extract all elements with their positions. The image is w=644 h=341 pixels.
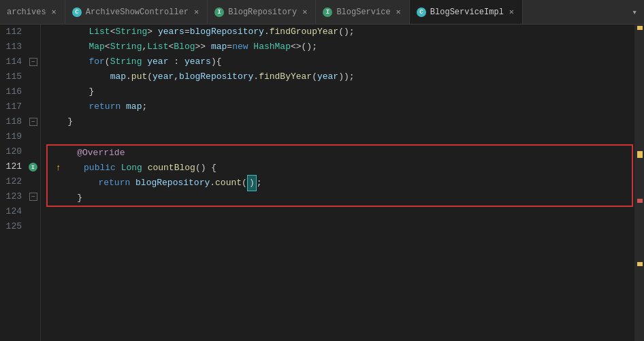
line-num-116: 116 bbox=[0, 84, 26, 99]
fold-marker-114[interactable]: − bbox=[29, 58, 37, 66]
code-line-114: for(String year : years){ bbox=[41, 54, 644, 69]
line-numbers-gutter: 112 113 114 115 116 117 118 119 120 121 … bbox=[0, 25, 26, 341]
tab-ArchiveShowController-close[interactable]: ✕ bbox=[193, 6, 200, 18]
arrow-icon-121: ↑ bbox=[56, 161, 61, 176]
fold-cell-112 bbox=[26, 25, 40, 39]
line-num-122: 122 bbox=[0, 174, 26, 189]
code-content[interactable]: List<String> years=blogRepository.findGr… bbox=[41, 25, 644, 341]
code-line-116: } bbox=[41, 84, 644, 99]
line-num-113: 113 bbox=[0, 39, 26, 54]
scroll-marker-top bbox=[637, 26, 643, 30]
fold-markers-column: − − I − bbox=[26, 25, 41, 341]
tab-BlogRepository-close[interactable]: ✕ bbox=[301, 6, 308, 18]
fold-cell-124 bbox=[26, 204, 40, 219]
tab-BlogService-icon: I bbox=[323, 7, 332, 17]
code-line-123: } bbox=[48, 191, 632, 206]
code-line-124 bbox=[41, 207, 644, 222]
debug-icon-121: I bbox=[29, 163, 37, 172]
tab-BlogRepository-label: BlogRepository bbox=[228, 7, 297, 17]
fold-cell-120 bbox=[26, 144, 40, 159]
tab-ArchiveShowController[interactable]: C ArchiveShowController ✕ bbox=[65, 0, 208, 24]
tab-ArchiveShowController-icon: C bbox=[72, 7, 82, 17]
method-highlight-box: @Override ↑ public Long countBlog() { re… bbox=[46, 144, 633, 207]
code-line-121: ↑ public Long countBlog() { bbox=[48, 161, 632, 176]
tab-BlogServiceImpl-close[interactable]: ✕ bbox=[508, 6, 515, 18]
tab-BlogServiceImpl[interactable]: C BlogServiceImpl ✕ bbox=[410, 0, 523, 24]
code-line-119 bbox=[41, 129, 644, 144]
line-num-124: 124 bbox=[0, 204, 26, 219]
fold-cell-116 bbox=[26, 84, 40, 99]
line-num-119: 119 bbox=[0, 129, 26, 144]
line-num-114: 114 bbox=[0, 54, 26, 69]
fold-cell-122 bbox=[26, 174, 40, 189]
tab-BlogRepository[interactable]: I BlogRepository ✕ bbox=[208, 0, 316, 24]
fold-cell-125 bbox=[26, 219, 40, 234]
scroll-marker-red bbox=[637, 199, 643, 203]
fold-cell-117 bbox=[26, 99, 40, 114]
code-line-117: return map; bbox=[41, 99, 644, 114]
line-num-117: 117 bbox=[0, 99, 26, 114]
code-line-120: @Override bbox=[48, 146, 632, 161]
code-line-115: map.put(year,blogRepository.findByYear(y… bbox=[41, 69, 644, 84]
tab-BlogService-label: BlogService bbox=[336, 7, 390, 17]
tab-BlogServiceImpl-icon: C bbox=[417, 7, 426, 17]
fold-cell-115 bbox=[26, 69, 40, 84]
tab-archives[interactable]: archives ✕ bbox=[0, 0, 65, 24]
code-line-122: return blogRepository.count(); bbox=[48, 176, 632, 191]
code-line-113: Map<String,List<Blog>> map=new HashMap<>… bbox=[41, 39, 644, 54]
highlight-parens-122: ) bbox=[247, 175, 257, 191]
fold-cell-119 bbox=[26, 129, 40, 144]
line-num-121: 121 bbox=[0, 159, 26, 174]
fold-cell-123[interactable]: − bbox=[26, 189, 40, 204]
fold-marker-118[interactable]: − bbox=[29, 118, 37, 126]
tab-BlogService-close[interactable]: ✕ bbox=[395, 6, 402, 18]
line-num-125: 125 bbox=[0, 219, 26, 234]
line-num-120: 120 bbox=[0, 144, 26, 159]
tab-bar: archives ✕ C ArchiveShowController ✕ I B… bbox=[0, 0, 644, 25]
tab-overflow-dropdown[interactable]: ▾ bbox=[625, 0, 644, 24]
tab-archives-label: archives bbox=[7, 7, 46, 17]
tab-BlogServiceImpl-label: BlogServiceImpl bbox=[430, 7, 504, 17]
fold-cell-121: I bbox=[26, 159, 40, 174]
line-num-118: 118 bbox=[0, 114, 26, 129]
code-area: 112 113 114 115 116 117 118 119 120 121 … bbox=[0, 25, 644, 341]
line-num-115: 115 bbox=[0, 69, 26, 84]
tab-archives-close[interactable]: ✕ bbox=[50, 6, 58, 18]
scroll-marker-lower bbox=[637, 262, 643, 266]
line-num-112: 112 bbox=[0, 25, 26, 39]
tab-BlogService[interactable]: I BlogService ✕ bbox=[316, 0, 409, 24]
line-num-123: 123 bbox=[0, 189, 26, 204]
fold-marker-123[interactable]: − bbox=[29, 193, 37, 201]
code-line-125 bbox=[41, 222, 644, 237]
tab-ArchiveShowController-label: ArchiveShowController bbox=[86, 7, 189, 17]
fold-cell-118[interactable]: − bbox=[26, 114, 40, 129]
fold-cell-113 bbox=[26, 39, 40, 54]
fold-cell-114[interactable]: − bbox=[26, 54, 40, 69]
scroll-marker-middle bbox=[637, 151, 643, 158]
scrollbar-track[interactable] bbox=[634, 25, 644, 341]
code-line-118: } bbox=[41, 114, 644, 129]
code-line-112: List<String> years=blogRepository.findGr… bbox=[41, 25, 644, 39]
tab-BlogRepository-icon: I bbox=[214, 7, 224, 17]
